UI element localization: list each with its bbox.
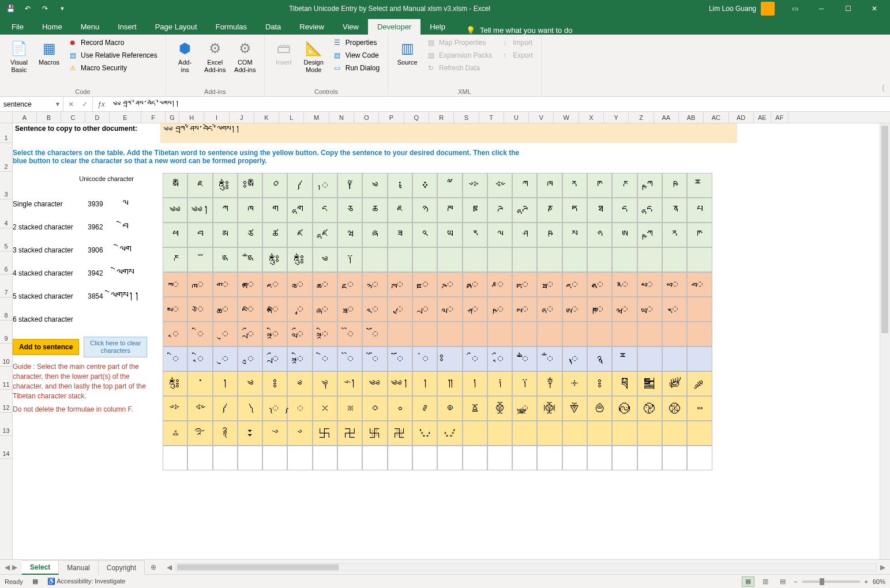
char-cell-r1-c4[interactable]: ག (262, 198, 287, 223)
sheet-next-icon[interactable]: ▶ (12, 563, 17, 571)
char-cell-r7-c2[interactable]: ུ (213, 346, 238, 371)
macro-record-icon[interactable]: ▦ (32, 578, 38, 585)
char-cell-r10-c10[interactable]: ࿙ (412, 421, 437, 446)
zoom-out-button[interactable]: − (794, 578, 797, 585)
char-cell-r2-c5[interactable]: ཛ (287, 223, 312, 247)
col-header-AD[interactable]: AD (729, 112, 754, 123)
char-cell-r9-c18[interactable]: ࿊ (612, 396, 637, 421)
char-cell-r11-c10[interactable] (412, 446, 437, 470)
char-cell-r3-c8[interactable] (362, 247, 387, 272)
char-cell-r0-c20[interactable]: ཥ (662, 173, 687, 198)
char-cell-r6-c16[interactable] (562, 322, 587, 346)
char-cell-r4-c13[interactable]: ྞ (487, 272, 512, 297)
properties-button[interactable]: ☰Properties (329, 37, 383, 48)
char-cell-r9-c4[interactable]: ༾ (262, 396, 287, 421)
char-cell-r11-c15[interactable] (537, 446, 562, 470)
char-cell-r9-c11[interactable]: ࿃ (437, 396, 462, 421)
char-cell-r0-c17[interactable]: ཫ (587, 173, 612, 198)
char-cell-r8-c17[interactable]: ༔ (587, 371, 612, 396)
char-cell-r5-c16[interactable]: ྸ (562, 297, 587, 322)
char-cell-r6-c15[interactable] (537, 322, 562, 346)
char-cell-r11-c12[interactable] (463, 446, 487, 470)
col-header-D[interactable]: D (85, 112, 110, 123)
char-cell-r10-c1[interactable]: ࿐ (187, 421, 212, 446)
char-cell-r7-c18[interactable]: ྈ (612, 346, 637, 371)
char-cell-r5-c6[interactable]: ྮ (313, 297, 337, 322)
char-cell-r11-c20[interactable] (662, 446, 687, 470)
char-cell-r0-c18[interactable]: ཬ (612, 173, 637, 198)
char-cell-r7-c4[interactable]: ྲྀ (262, 346, 287, 371)
sentence-cell[interactable]: ༄༅ བཀྲ་ཤིས་བདེ་ལེགས།། (160, 123, 737, 143)
col-header-E[interactable]: E (110, 112, 141, 123)
formula-input[interactable] (113, 100, 887, 109)
char-cell-r1-c16[interactable]: ཏ (562, 198, 587, 223)
col-header-F[interactable]: F (141, 112, 166, 123)
char-cell-r1-c9[interactable]: ཇ (388, 198, 412, 223)
char-cell-r7-c10[interactable]: ཾ (412, 346, 437, 371)
char-cell-r5-c10[interactable]: ྲ (412, 297, 437, 322)
char-cell-r7-c0[interactable]: ི (163, 346, 187, 371)
char-cell-r9-c10[interactable]: ࿂ (412, 396, 437, 421)
hscroll-thumb[interactable] (177, 564, 339, 570)
row-header-3[interactable]: 3 (0, 172, 12, 199)
chevron-down-icon[interactable]: ▼ (55, 101, 61, 107)
tab-view[interactable]: View (333, 19, 368, 35)
sheet-tab-manual[interactable]: Manual (59, 560, 98, 575)
char-cell-r4-c21[interactable]: ྦ (687, 272, 712, 297)
char-cell-r11-c16[interactable] (562, 446, 587, 470)
char-cell-r3-c3[interactable]: ༁ྃ (238, 247, 262, 272)
char-cell-r3-c14[interactable] (512, 247, 537, 272)
char-cell-r0-c16[interactable]: ཪ (562, 173, 587, 198)
char-cell-r2-c16[interactable]: ས (562, 223, 587, 247)
row-header-11[interactable]: 11 (0, 367, 12, 390)
char-cell-r0-c7[interactable]: ༈ (337, 173, 362, 198)
col-header-C[interactable]: C (61, 112, 85, 123)
char-cell-r10-c6[interactable]: ࿕ (313, 421, 337, 446)
col-header-L[interactable]: L (279, 112, 304, 123)
char-cell-r9-c14[interactable]: ࿆ (512, 396, 537, 421)
char-cell-r3-c16[interactable] (562, 247, 587, 272)
page-break-view-button[interactable]: ▤ (776, 576, 789, 587)
normal-view-button[interactable]: ▦ (742, 576, 754, 587)
char-cell-r9-c21[interactable]: ࿎ (687, 396, 712, 421)
char-cell-r3-c1[interactable]: ྌ (187, 247, 212, 272)
char-cell-r1-c10[interactable]: ཉ (412, 198, 437, 223)
char-cell-r5-c20[interactable]: ྼ (662, 297, 687, 322)
col-header-Q[interactable]: Q (404, 112, 429, 123)
char-cell-r10-c18[interactable] (612, 421, 637, 446)
char-cell-r6-c6[interactable]: ཹ (313, 322, 337, 346)
char-cell-r10-c19[interactable] (637, 421, 662, 446)
char-cell-r1-c19[interactable]: དྷ (637, 198, 662, 223)
char-cell-r11-c18[interactable] (612, 446, 637, 470)
char-cell-r11-c3[interactable] (238, 446, 262, 470)
char-cell-r9-c15[interactable]: ࿇ (537, 396, 562, 421)
char-cell-r3-c7[interactable]: ༑ (337, 247, 362, 272)
char-cell-r6-c12[interactable] (463, 322, 487, 346)
user-area[interactable]: Lim Loo Guang (709, 2, 775, 16)
char-cell-r6-c8[interactable]: ཽ (362, 322, 387, 346)
char-cell-r2-c10[interactable]: འ (412, 223, 437, 247)
char-cell-r10-c14[interactable] (512, 421, 537, 446)
col-header-B[interactable]: B (37, 112, 61, 123)
char-cell-r1-c17[interactable]: ཐ (587, 198, 612, 223)
scroll-left-icon[interactable]: ◀ (167, 563, 172, 571)
save-button[interactable]: 💾 (2, 1, 18, 16)
char-cell-r3-c21[interactable] (687, 247, 712, 272)
char-cell-r9-c1[interactable]: ༻ (187, 396, 212, 421)
char-cell-r4-c15[interactable]: ྠ (537, 272, 562, 297)
char-cell-r3-c13[interactable] (487, 247, 512, 272)
char-cell-r9-c6[interactable]: ྾ (313, 396, 337, 421)
char-cell-r11-c17[interactable] (587, 446, 612, 470)
zoom-thumb[interactable] (820, 578, 824, 585)
char-cell-r5-c2[interactable]: ྪ (213, 297, 238, 322)
char-cell-r11-c19[interactable] (637, 446, 662, 470)
char-cell-r5-c21[interactable] (687, 297, 712, 322)
char-cell-r3-c11[interactable] (437, 247, 462, 272)
col-header-A[interactable]: A (13, 112, 37, 123)
cells-area[interactable]: Sentence to copy to other document: ༄༅ བ… (13, 123, 880, 559)
tab-home[interactable]: Home (33, 19, 72, 35)
char-cell-r3-c5[interactable]: ༃ (287, 247, 312, 272)
char-cell-r9-c3[interactable]: ༽ (238, 396, 262, 421)
char-cell-r9-c9[interactable]: ࿁ (388, 396, 412, 421)
char-cell-r4-c20[interactable]: ྥ (662, 272, 687, 297)
